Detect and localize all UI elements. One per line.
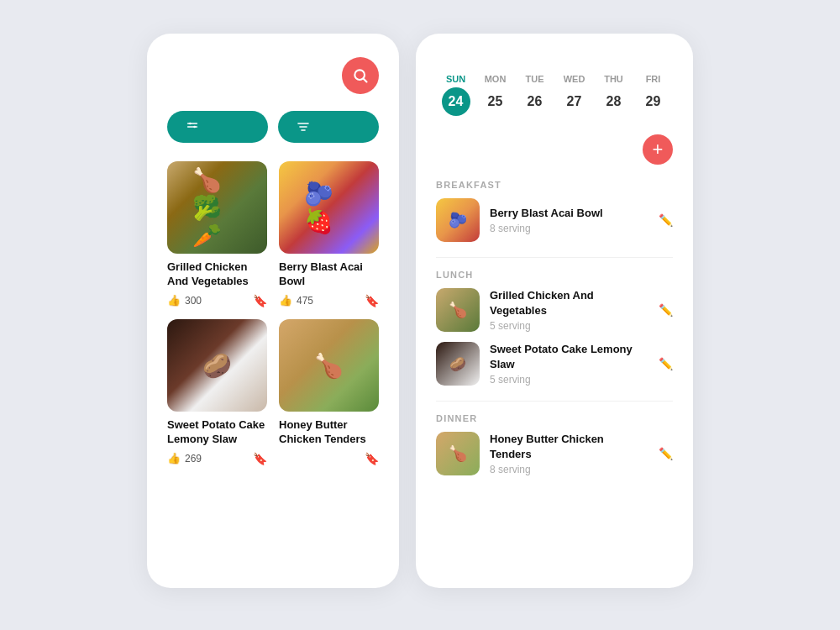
bookmark-icon[interactable]: 🔖 xyxy=(365,452,379,465)
recipe-meta: 🔖 xyxy=(279,452,379,465)
meal-info: Honey Butter Chicken Tenders 8 serving xyxy=(490,432,648,475)
thumbs-up-icon: 👍 xyxy=(167,294,181,307)
recipe-image xyxy=(167,161,267,254)
recipe-card: Grilled Chicken And Vegetables 👍 300 🔖 xyxy=(167,161,267,307)
filter-row xyxy=(167,111,379,143)
meal-section-label: BREAKFAST xyxy=(436,180,673,190)
recipe-card: Sweet Potato Cake Lemony Slaw 👍 269 🔖 xyxy=(167,319,267,465)
recipe-meta: 👍 269 🔖 xyxy=(167,452,267,465)
cal-day-num: 28 xyxy=(600,87,628,116)
meal-serving: 5 serving xyxy=(490,320,648,332)
meal-item: Sweet Potato Cake Lemony Slaw 5 serving … xyxy=(436,342,673,386)
meal-thumbnail xyxy=(436,198,480,242)
edit-icon[interactable]: ✏️ xyxy=(659,357,673,370)
recipe-likes: 👍 475 xyxy=(279,294,313,307)
meal-serving: 5 serving xyxy=(490,374,648,386)
sorting-button[interactable] xyxy=(278,111,379,143)
meal-name: Honey Butter Chicken Tenders xyxy=(490,432,648,461)
meal-section: LUNCH Grilled Chicken And Vegetables 5 s… xyxy=(436,270,673,386)
calendar-row: SUN 24 MON 25 TUE 26 WED 27 THU 28 FRI 2… xyxy=(436,74,673,116)
date-header: + xyxy=(436,134,673,165)
cal-day-label: WED xyxy=(554,74,594,84)
app-container: Grilled Chicken And Vegetables 👍 300 🔖 B… xyxy=(0,0,840,630)
calendar-day[interactable]: MON 25 xyxy=(475,74,515,116)
likes-count: 300 xyxy=(185,295,202,307)
recipe-name: Honey Butter Chicken Tenders xyxy=(279,418,379,447)
meal-info: Sweet Potato Cake Lemony Slaw 5 serving xyxy=(490,342,648,386)
meal-section-label: DINNER xyxy=(436,413,673,423)
recipe-name: Grilled Chicken And Vegetables xyxy=(167,260,267,289)
recipes-header xyxy=(167,57,379,94)
cal-day-num: 27 xyxy=(560,87,589,116)
meal-thumbnail xyxy=(436,432,480,475)
meal-serving: 8 serving xyxy=(490,223,648,234)
recipe-likes: 👍 269 xyxy=(167,452,202,465)
cal-day-label: TUE xyxy=(515,74,554,84)
recipes-card: Grilled Chicken And Vegetables 👍 300 🔖 B… xyxy=(147,34,399,588)
edit-icon[interactable]: ✏️ xyxy=(659,213,673,227)
meal-item: Honey Butter Chicken Tenders 8 serving ✏… xyxy=(436,432,673,475)
edit-icon[interactable]: ✏️ xyxy=(659,447,673,460)
calendar-day[interactable]: TUE 26 xyxy=(515,74,554,116)
svg-point-4 xyxy=(189,123,192,125)
recipe-image xyxy=(167,319,267,412)
divider xyxy=(436,257,673,258)
recipe-meta: 👍 475 🔖 xyxy=(279,294,379,307)
meal-name: Berry Blast Acai Bowl xyxy=(490,206,648,221)
calendar-day[interactable]: WED 27 xyxy=(554,74,594,116)
meal-info: Grilled Chicken And Vegetables 5 serving xyxy=(490,288,648,332)
recipe-image xyxy=(279,161,379,254)
cal-day-label: MON xyxy=(475,74,515,84)
cal-day-label: SUN xyxy=(436,74,475,84)
meal-thumbnail xyxy=(436,342,480,386)
calendar-day[interactable]: SUN 24 xyxy=(436,74,475,116)
meal-plan-card: SUN 24 MON 25 TUE 26 WED 27 THU 28 FRI 2… xyxy=(416,34,693,588)
calendar-day[interactable]: THU 28 xyxy=(594,74,633,116)
cal-day-num: 29 xyxy=(639,87,668,116)
divider xyxy=(436,401,673,402)
recipe-name: Sweet Potato Cake Lemony Slaw xyxy=(167,418,267,447)
meal-item: Berry Blast Acai Bowl 8 serving ✏️ xyxy=(436,198,673,242)
meal-item: Grilled Chicken And Vegetables 5 serving… xyxy=(436,288,673,332)
meal-sections: BREAKFAST Berry Blast Acai Bowl 8 servin… xyxy=(436,180,673,475)
recipes-grid: Grilled Chicken And Vegetables 👍 300 🔖 B… xyxy=(167,161,379,465)
search-icon xyxy=(352,67,369,84)
plus-icon: + xyxy=(653,140,664,159)
cal-day-num: 25 xyxy=(481,87,510,116)
cal-day-label: THU xyxy=(594,74,633,84)
svg-line-1 xyxy=(364,79,367,82)
recipe-card: Berry Blast Acai Bowl 👍 475 🔖 xyxy=(279,161,379,307)
meal-info: Berry Blast Acai Bowl 8 serving xyxy=(490,206,648,235)
meal-name: Grilled Chicken And Vegetables xyxy=(490,288,648,318)
meal-name: Sweet Potato Cake Lemony Slaw xyxy=(490,342,648,371)
recipe-name: Berry Blast Acai Bowl xyxy=(279,260,379,289)
calendar-day[interactable]: FRI 29 xyxy=(633,74,673,116)
bookmark-icon[interactable]: 🔖 xyxy=(365,294,379,307)
bookmark-icon[interactable]: 🔖 xyxy=(253,294,267,307)
search-button[interactable] xyxy=(342,57,379,94)
recipe-image xyxy=(279,319,379,412)
sorting-icon xyxy=(297,120,310,134)
likes-count: 475 xyxy=(297,295,313,307)
cal-day-label: FRI xyxy=(633,74,673,84)
meal-section: BREAKFAST Berry Blast Acai Bowl 8 servin… xyxy=(436,180,673,242)
bookmark-icon[interactable]: 🔖 xyxy=(253,452,267,465)
recipe-card: Honey Butter Chicken Tenders 🔖 xyxy=(279,319,379,465)
meal-section-label: LUNCH xyxy=(436,270,673,280)
filter-icon xyxy=(186,120,199,134)
meal-serving: 8 serving xyxy=(490,464,648,475)
cal-day-num: 24 xyxy=(442,87,470,116)
add-meal-button[interactable]: + xyxy=(643,134,673,165)
meal-thumbnail xyxy=(436,288,480,332)
thumbs-up-icon: 👍 xyxy=(279,294,292,307)
cal-day-num: 26 xyxy=(521,87,549,116)
filter-button[interactable] xyxy=(167,111,268,143)
meal-section: DINNER Honey Butter Chicken Tenders 8 se… xyxy=(436,413,673,475)
likes-count: 269 xyxy=(185,453,202,465)
recipe-meta: 👍 300 🔖 xyxy=(167,294,267,307)
recipe-likes: 👍 300 xyxy=(167,294,202,307)
edit-icon[interactable]: ✏️ xyxy=(659,303,673,317)
svg-point-5 xyxy=(193,126,196,129)
thumbs-up-icon: 👍 xyxy=(167,452,181,465)
